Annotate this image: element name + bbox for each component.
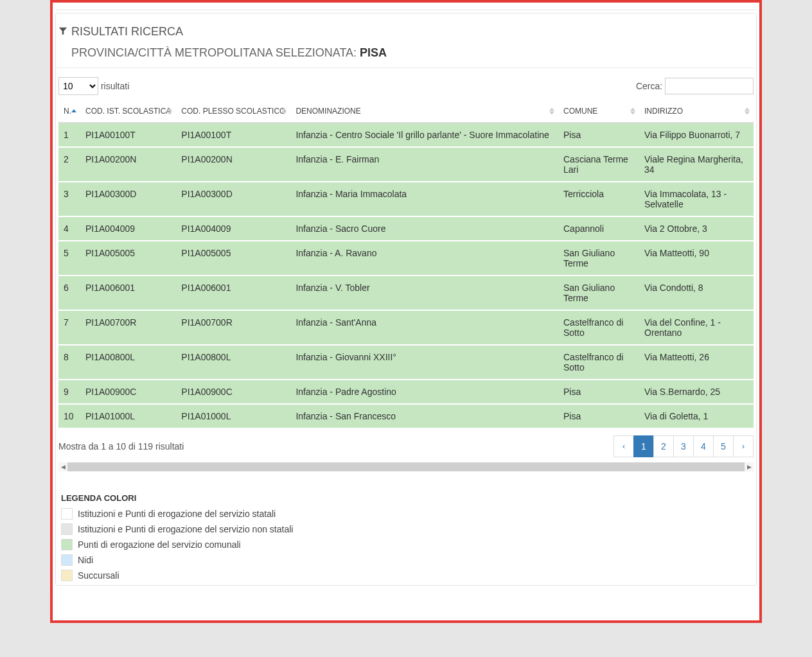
cell-cod_ist: PI1A00100T — [80, 123, 176, 147]
table-row[interactable]: 5PI1A005005PI1A005005Infanzia - A. Ravan… — [58, 241, 754, 276]
cell-cod_plesso: PI1A004009 — [176, 216, 290, 241]
legend-swatch — [61, 508, 73, 520]
cell-comune: Castelfranco di Sotto — [558, 310, 639, 345]
page-4[interactable]: 4 — [693, 435, 714, 457]
selected-province: PISA — [360, 46, 387, 59]
legend-swatch — [61, 539, 73, 550]
sort-down-icon — [630, 112, 635, 115]
legend-swatch — [61, 570, 73, 581]
pagination: ‹12345› — [614, 435, 754, 457]
col-n[interactable]: N. — [58, 100, 80, 123]
cell-indirizzo: Via Matteotti, 26 — [639, 345, 754, 380]
cell-comune: Terricciola — [558, 182, 639, 216]
cell-den: Infanzia - V. Tobler — [290, 276, 558, 310]
cell-cod_ist: PI1A01000L — [80, 404, 176, 428]
legend-label: Nidi — [78, 555, 93, 565]
scroll-track[interactable] — [67, 462, 745, 471]
table-row[interactable]: 8PI1A00800LPI1A00800LInfanzia - Giovanni… — [58, 345, 754, 380]
table-row[interactable]: 3PI1A00300DPI1A00300DInfanzia - Maria Im… — [58, 182, 754, 216]
results-heading-text: RISULTATI RICERCA — [71, 25, 183, 39]
cell-cod_plesso: PI1A01000L — [176, 404, 290, 428]
table-row[interactable]: 1PI1A00100TPI1A00100TInfanzia - Centro S… — [58, 123, 754, 147]
cell-den: Infanzia - Sant'Anna — [290, 310, 558, 345]
cell-den: Infanzia - Giovanni XXIII° — [290, 345, 558, 380]
color-legend: LEGENDA COLORI Istituzioni e Punti di er… — [58, 493, 754, 581]
legend-label: Succursali — [78, 570, 119, 581]
cell-n: 1 — [58, 123, 80, 147]
cell-indirizzo: Via Condotti, 8 — [639, 276, 754, 310]
cell-n: 3 — [58, 182, 80, 216]
table-row[interactable]: 10PI1A01000LPI1A01000LInfanzia - San Fra… — [58, 404, 754, 428]
table-row[interactable]: 2PI1A00200NPI1A00200NInfanzia - E. Fairm… — [58, 147, 754, 182]
cell-den: Infanzia - E. Fairman — [290, 147, 558, 182]
chevron-right-icon: › — [742, 442, 745, 451]
filter-icon — [58, 25, 67, 39]
highlighted-panel: RISULTATI RICERCA PROVINCIA/CITTÀ METROP… — [50, 0, 762, 623]
page-size-select[interactable]: 10 — [58, 77, 98, 95]
cell-comune: Pisa — [558, 404, 639, 428]
cell-indirizzo: Via S.Bernardo, 25 — [639, 380, 754, 404]
cell-n: 9 — [58, 380, 80, 404]
col-denominazione[interactable]: DENOMINAZIONE — [290, 100, 558, 123]
cell-cod_ist: PI1A005005 — [80, 241, 176, 276]
legend-title: LEGENDA COLORI — [61, 493, 751, 503]
results-heading: RISULTATI RICERCA — [57, 25, 756, 39]
cell-den: Infanzia - Sacro Cuore — [290, 216, 558, 241]
scroll-left-icon[interactable]: ◀ — [58, 462, 67, 471]
page-next[interactable]: › — [733, 435, 754, 457]
subtitle-prefix: PROVINCIA/CITTÀ METROPOLITANA SELEZIONAT… — [71, 46, 357, 59]
scroll-right-icon[interactable]: ▶ — [745, 462, 754, 471]
cell-cod_plesso: PI1A00300D — [176, 182, 290, 216]
search-input[interactable] — [665, 78, 754, 94]
table-row[interactable]: 6PI1A006001PI1A006001Infanzia - V. Toble… — [58, 276, 754, 310]
cell-indirizzo: Via del Confine, 1 - Orentano — [639, 310, 754, 345]
table-row[interactable]: 9PI1A00900CPI1A00900CInfanzia - Padre Ag… — [58, 380, 754, 404]
cell-comune: Castelfranco di Sotto — [558, 345, 639, 380]
legend-label: Istituzioni e Punti di erogazione del se… — [78, 524, 293, 534]
cell-n: 8 — [58, 345, 80, 380]
cell-n: 2 — [58, 147, 80, 182]
legend-item: Nidi — [61, 554, 751, 566]
table-row[interactable]: 4PI1A004009PI1A004009Infanzia - Sacro Cu… — [58, 216, 754, 241]
cell-n: 7 — [58, 310, 80, 345]
page-3[interactable]: 3 — [673, 435, 694, 457]
horizontal-scrollbar[interactable]: ◀ ▶ — [58, 462, 754, 471]
col-indirizzo[interactable]: INDIRIZZO — [639, 100, 754, 123]
cell-comune: Pisa — [558, 380, 639, 404]
page-prev[interactable]: ‹ — [613, 435, 634, 457]
table-row[interactable]: 7PI1A00700RPI1A00700RInfanzia - Sant'Ann… — [58, 310, 754, 345]
cell-cod_ist: PI1A00800L — [80, 345, 176, 380]
results-table: N. COD. IST. SCOLASTICA COD. PLESSO SCOL… — [58, 100, 754, 429]
legend-swatch — [61, 554, 73, 566]
chevron-left-icon: ‹ — [622, 442, 625, 451]
page-2[interactable]: 2 — [653, 435, 674, 457]
cell-comune: San Giuliano Terme — [558, 241, 639, 276]
cell-n: 5 — [58, 241, 80, 276]
cell-den: Infanzia - Maria Immacolata — [290, 182, 558, 216]
cell-den: Infanzia - A. Ravano — [290, 241, 558, 276]
cell-indirizzo: Via Matteotti, 90 — [639, 241, 754, 276]
sort-down-icon — [167, 112, 172, 115]
cell-n: 10 — [58, 404, 80, 428]
cell-cod_plesso: PI1A00700R — [176, 310, 290, 345]
cell-n: 6 — [58, 276, 80, 310]
page-5[interactable]: 5 — [713, 435, 734, 457]
sort-down-icon — [745, 112, 750, 115]
col-cod-plesso[interactable]: COD. PLESSO SCOLASTICO — [176, 100, 290, 123]
cell-cod_plesso: PI1A00900C — [176, 380, 290, 404]
sort-down-icon — [281, 112, 287, 115]
cell-cod_ist: PI1A004009 — [80, 216, 176, 241]
col-comune[interactable]: COMUNE — [558, 100, 639, 123]
legend-item: Succursali — [61, 570, 751, 581]
cell-n: 4 — [58, 216, 80, 241]
cell-indirizzo: Via di Goletta, 1 — [639, 404, 754, 428]
cell-den: Infanzia - Centro Sociale 'Il grillo par… — [290, 123, 558, 147]
legend-item: Istituzioni e Punti di erogazione del se… — [61, 508, 751, 520]
sort-down-icon — [549, 112, 554, 115]
sort-up-icon — [549, 108, 554, 111]
results-subtitle: PROVINCIA/CITTÀ METROPOLITANA SELEZIONAT… — [57, 46, 756, 60]
page-1[interactable]: 1 — [633, 435, 654, 457]
panel-top-spacer — [55, 3, 757, 10]
search-label: Cerca: — [636, 81, 662, 91]
col-cod-ist[interactable]: COD. IST. SCOLASTICA — [80, 100, 176, 123]
